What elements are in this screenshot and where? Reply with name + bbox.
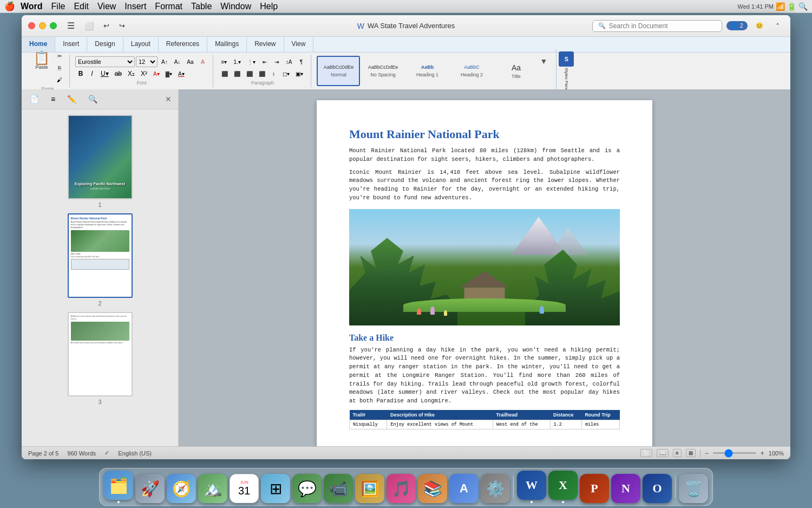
tab-view[interactable]: View [284, 37, 314, 52]
edit-menu-item[interactable]: Edit [70, 1, 92, 12]
emoji-btn[interactable]: 😊 [752, 21, 767, 31]
word-menu-item[interactable]: Word [17, 1, 46, 12]
style-heading1-btn[interactable]: AaBb Heading 1 [405, 56, 449, 86]
tab-layout[interactable]: Layout [123, 37, 159, 52]
dock-item-sysprefs[interactable]: ⚙️ [481, 474, 510, 503]
read-view-btn[interactable]: 📖 [657, 449, 669, 457]
style-no-spacing-btn[interactable]: AaBbCcDdEe No Spacing [361, 56, 404, 86]
dock-item-onenote[interactable]: N [611, 474, 640, 503]
zoom-plus[interactable]: + [761, 450, 764, 457]
paste-button[interactable]: 📋 Paste [30, 50, 53, 85]
search-icon[interactable]: 🔍 [798, 2, 808, 11]
dock-item-trash[interactable]: 🗑️ [679, 474, 708, 503]
sidebar-outline-btn[interactable]: ≡ [47, 93, 59, 106]
tab-mailings[interactable]: Mailings [207, 37, 247, 52]
highlight-btn[interactable]: ▓▾ [163, 68, 175, 79]
dock-item-facetime[interactable]: 📹 [324, 474, 353, 503]
align-right-btn[interactable]: ⬛ [244, 68, 256, 79]
multilevel-btn[interactable]: ⋮▾ [245, 56, 258, 67]
file-menu-item[interactable]: File [48, 1, 69, 12]
font-shrink-btn[interactable]: A↓ [172, 56, 184, 67]
dock-item-outlook[interactable]: O [643, 474, 672, 503]
font-family-select[interactable]: Eurostile [75, 56, 135, 67]
dock-item-launchpad[interactable]: 🚀 [135, 474, 165, 503]
cut-button[interactable]: ✂ [54, 50, 65, 61]
sort-btn[interactable]: ↕A [283, 56, 295, 67]
tab-references[interactable]: References [159, 37, 207, 52]
zoom-minus[interactable]: − [705, 450, 709, 457]
close-button[interactable] [28, 22, 35, 29]
dock-item-appstore[interactable]: A [449, 474, 479, 503]
line-spacing-btn[interactable]: ↕ [269, 68, 279, 79]
tab-insert[interactable]: Insert [55, 37, 87, 52]
dock-item-finder[interactable]: 🗂️ [104, 471, 133, 503]
superscript-button[interactable]: X² [138, 68, 150, 79]
dock-item-books[interactable]: 📚 [418, 474, 447, 503]
shading-btn[interactable]: ◻▾ [280, 68, 292, 79]
tab-design[interactable]: Design [87, 37, 123, 52]
search-bar[interactable]: 🔍 [592, 20, 722, 32]
view-menu-item[interactable]: View [94, 1, 119, 12]
share-button[interactable]: 👤 2 [726, 21, 748, 30]
pilcrow-btn[interactable]: ¶ [296, 56, 306, 67]
tab-home[interactable]: Home [22, 37, 55, 52]
search-input[interactable] [609, 22, 706, 30]
clear-format-btn[interactable]: A [198, 56, 208, 67]
italic-button[interactable]: I [87, 68, 97, 79]
window-menu-item[interactable]: Window [217, 1, 254, 12]
thumbnail-3[interactable]: Additional content about trails and hiki… [68, 312, 133, 396]
sidebar-close-btn[interactable]: ✕ [163, 94, 174, 105]
dock-item-excel[interactable]: X [548, 471, 578, 503]
dock-item-calendar[interactable]: JUN31 [230, 474, 259, 503]
dock-item-photos[interactable]: 🏔️ [198, 474, 227, 503]
insert-menu-item[interactable]: Insert [121, 1, 149, 12]
draft-view-btn[interactable]: ⊞ [686, 449, 696, 457]
increase-indent-btn[interactable]: ⇥ [271, 56, 282, 67]
numbering-btn[interactable]: 1.▾ [231, 56, 243, 67]
strikethrough-button[interactable]: ab [112, 68, 125, 79]
copy-button[interactable]: ⎘ [54, 62, 65, 73]
dock-item-music[interactable]: 🎵 [387, 474, 416, 503]
thumbnail-1[interactable]: Exploring Pacific Northwest subtitle tex… [68, 115, 133, 199]
layout-view-btn[interactable]: ⬜ [640, 449, 652, 457]
sidebar-doc-btn[interactable]: 📄 [26, 93, 43, 106]
help-menu-item[interactable]: Help [257, 1, 281, 12]
undo-btn[interactable]: ↩ [100, 20, 113, 31]
sidebar-toggle-btn[interactable]: ☰ [63, 19, 78, 32]
dock-item-powerpoint[interactable]: P [580, 474, 609, 503]
thumbnail-2[interactable]: Mount Rainier National Park Mount Rainie… [68, 213, 133, 298]
align-left-btn[interactable]: ⬛ [219, 68, 231, 79]
table-menu-item[interactable]: Table [188, 1, 215, 12]
font-grow-btn[interactable]: A↑ [159, 56, 171, 67]
collapse-btn[interactable]: ⌃ [771, 21, 784, 31]
underline-button[interactable]: U▾ [98, 68, 112, 79]
subscript-button[interactable]: X₂ [125, 68, 137, 79]
maximize-button[interactable] [50, 22, 57, 29]
styles-expand-btn[interactable]: ▼ [539, 56, 548, 67]
format-menu-item[interactable]: Format [152, 1, 186, 12]
apple-menu[interactable]: 🍎 [4, 1, 15, 11]
dock-item-messages[interactable]: 💬 [292, 474, 322, 503]
font-case-btn[interactable]: Aa [184, 56, 196, 67]
align-center-btn[interactable]: ⬛ [231, 68, 243, 79]
text-color-btn[interactable]: A▾ [175, 68, 187, 79]
bold-button[interactable]: B [75, 68, 86, 79]
track-changes-icon[interactable]: ✓ [104, 450, 109, 457]
styles-pane-button[interactable]: S Styles Pane [556, 49, 576, 93]
redo-btn[interactable]: ↪ [115, 20, 129, 31]
nav-btn[interactable]: ⬜ [81, 20, 97, 32]
justify-btn[interactable]: ⬛ [256, 68, 268, 79]
sidebar-edit-btn[interactable]: ✏️ [63, 93, 80, 106]
minimize-button[interactable] [39, 22, 46, 29]
dock-item-word[interactable]: W [517, 471, 546, 503]
dock-item-photos2[interactable]: 🖼️ [355, 474, 384, 503]
style-title-btn[interactable]: Aa Title [494, 56, 538, 86]
format-painter-button[interactable]: 🖌 [54, 74, 65, 85]
dock-item-safari[interactable]: 🧭 [167, 474, 196, 503]
sidebar-search-btn[interactable]: 🔍 [84, 93, 101, 106]
decrease-indent-btn[interactable]: ⇤ [259, 56, 270, 67]
tab-review[interactable]: Review [247, 37, 284, 52]
style-normal-btn[interactable]: AaBbCcDdEe Normal [317, 56, 360, 86]
zoom-slider[interactable] [713, 452, 756, 454]
borders-btn[interactable]: ▣▾ [293, 68, 306, 79]
